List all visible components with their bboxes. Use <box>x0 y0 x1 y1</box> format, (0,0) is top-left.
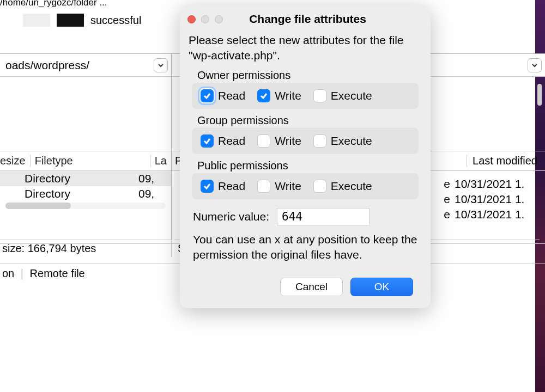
chevron-down-icon <box>158 62 164 69</box>
local-pane: esize Filetype La Directory 09, Director… <box>0 53 172 244</box>
scrollbar-vertical[interactable] <box>537 84 542 106</box>
ok-button[interactable]: OK <box>350 278 413 296</box>
dialog-description: Please select the new attributes for the… <box>189 33 422 64</box>
local-path-input[interactable] <box>3 57 152 74</box>
dialog-title: Change file attributes <box>192 13 423 26</box>
cancel-button[interactable]: Cancel <box>280 278 343 296</box>
dialog-titlebar: Change file attributes <box>180 5 431 29</box>
change-file-attributes-dialog: Change file attributes Please select the… <box>180 5 431 308</box>
numeric-value-input[interactable] <box>277 208 370 225</box>
group-read-checkbox[interactable]: Read <box>201 134 245 148</box>
group-permissions-label: Group permissions <box>197 114 422 127</box>
public-read-checkbox[interactable]: Read <box>201 180 245 193</box>
owner-read-checkbox[interactable]: Read <box>201 89 245 102</box>
local-columns-header: esize Filetype La <box>0 151 171 171</box>
dialog-hint: You can use an x at any position to keep… <box>189 225 422 263</box>
group-write-checkbox[interactable]: Write <box>257 134 301 148</box>
legend-swatch-light <box>23 14 50 27</box>
status-remote: Remote file <box>30 267 85 279</box>
col-lastmodified[interactable]: Last modified <box>467 155 543 167</box>
owner-permissions-label: Owner permissions <box>197 69 422 82</box>
col-filetype[interactable]: Filetype <box>30 155 150 167</box>
col-filesize[interactable]: esize <box>0 155 30 167</box>
legend-swatch-dark <box>57 14 84 27</box>
legend: successful <box>16 14 141 27</box>
status-on: on <box>2 267 14 279</box>
public-permissions-label: Public permissions <box>197 160 422 172</box>
local-path-dropdown[interactable] <box>154 58 168 72</box>
legend-label: successful <box>90 14 141 27</box>
list-item[interactable]: Directory 09, <box>0 171 171 186</box>
local-rows: Directory 09, Directory 09, <box>0 171 171 201</box>
remote-path-text: /home/un_rygozc/folder ... <box>0 0 107 8</box>
local-footer-status: size: 166,794 bytes <box>0 240 172 257</box>
scrollbar-horizontal[interactable] <box>5 203 166 209</box>
group-execute-checkbox[interactable]: Execute <box>313 134 372 148</box>
public-permissions-group: Read Write Execute <box>192 173 419 199</box>
numeric-value-label: Numeric value: <box>193 210 269 223</box>
public-execute-checkbox[interactable]: Execute <box>313 180 372 193</box>
owner-permissions-group: Read Write Execute <box>192 83 419 109</box>
owner-execute-checkbox[interactable]: Execute <box>313 89 372 102</box>
col-lastmodified[interactable]: La <box>150 155 171 167</box>
group-permissions-group: Read Write Execute <box>192 128 419 154</box>
public-write-checkbox[interactable]: Write <box>257 180 301 193</box>
owner-write-checkbox[interactable]: Write <box>257 89 301 102</box>
list-item[interactable]: Directory 09, <box>0 186 171 201</box>
remote-path-dropdown[interactable] <box>528 58 542 72</box>
chevron-down-icon <box>531 62 538 69</box>
